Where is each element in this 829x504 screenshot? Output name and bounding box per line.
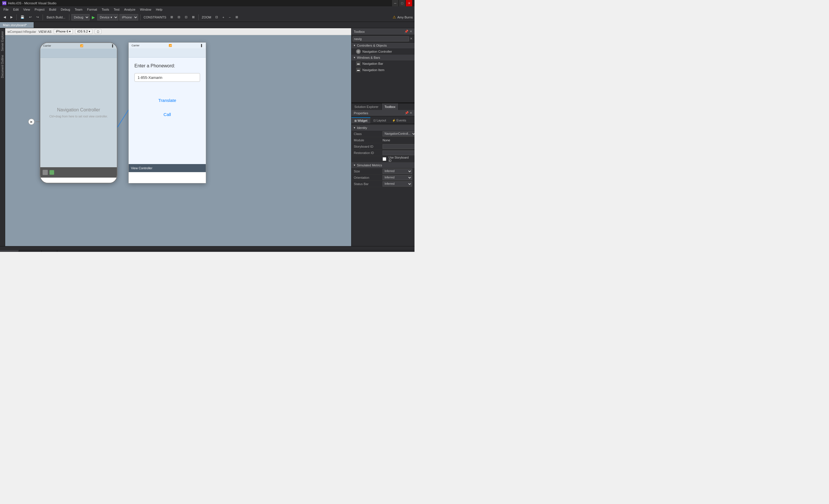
constraints-btn-3[interactable]: ⊡ xyxy=(183,14,189,21)
properties-panel: Properties 📌 ✕ ⊞ Widget ⊡ Layout ⚡ Event… xyxy=(352,110,414,246)
restoration-id-label: Restoration ID xyxy=(354,151,383,154)
constraints-btn-1[interactable]: ⊞ xyxy=(169,14,175,21)
ios92-button[interactable]: iOS 9.2 ▾ xyxy=(75,29,93,34)
properties-close-button[interactable]: ✕ xyxy=(409,111,412,115)
menu-view[interactable]: View xyxy=(21,6,33,13)
canvas-scrollbar[interactable] xyxy=(0,246,414,250)
toolbox-pin-button[interactable]: 📌 xyxy=(404,30,408,33)
toolbox-item-nav-bar[interactable]: ▬ Navigation Bar xyxy=(352,61,414,67)
toolbox-windows-header[interactable]: ▼ Windows & Bars xyxy=(352,55,414,61)
menu-debug[interactable]: Debug xyxy=(59,6,72,13)
vc-translate-button[interactable]: Translate xyxy=(135,96,200,105)
nav-wifi-icon: 📶 xyxy=(80,44,83,47)
toolbox-tab[interactable]: Toolbox xyxy=(382,103,399,110)
module-value: None xyxy=(383,139,412,142)
device-dropdown[interactable]: Device ▾ xyxy=(97,14,118,21)
menu-file[interactable]: File xyxy=(1,6,11,13)
menu-help[interactable]: Help xyxy=(153,6,165,13)
properties-title: Properties xyxy=(354,111,368,115)
forward-button[interactable]: ▶ xyxy=(9,14,14,21)
view-controller-frame[interactable]: Carrier 📶 ▌ Enter a Phoneword: 1-855-Xam… xyxy=(129,42,206,183)
vc-call-button[interactable]: Call xyxy=(135,110,200,119)
toolbox-controllers-header[interactable]: ▼ Controllers & Objects xyxy=(352,43,414,48)
menu-format[interactable]: Format xyxy=(85,6,99,13)
preview-button[interactable]: ◻ xyxy=(95,29,101,34)
title-bar-controls[interactable]: ─ □ ✕ xyxy=(392,0,412,6)
sidebar-server-explorer[interactable]: Server Explorer xyxy=(0,29,5,53)
vc-spacer-1 xyxy=(135,86,200,91)
toolbar-sep-3 xyxy=(69,14,69,20)
toolbox-search-input[interactable] xyxy=(353,36,409,41)
prop-tab-events[interactable]: ⚡ Events xyxy=(389,117,409,123)
breakpoints-tab[interactable]: Breakpoints xyxy=(19,250,42,252)
maximize-button[interactable]: □ xyxy=(399,0,405,6)
zoom-extra-button[interactable]: ⊞ xyxy=(234,14,240,21)
storyboard-tab[interactable]: Main.storyboard* ✕ xyxy=(0,22,34,28)
constraints-btn-4[interactable]: ⊠ xyxy=(190,14,196,21)
orientation-select[interactable]: Inferred xyxy=(383,175,412,180)
toolbar-sep-4 xyxy=(140,14,141,20)
error-list-tab[interactable]: Error List xyxy=(0,250,19,252)
status-bar-select[interactable]: Inferred xyxy=(383,181,412,186)
minimize-button[interactable]: ─ xyxy=(392,0,398,6)
constraints-btn-2[interactable]: ⊟ xyxy=(176,14,182,21)
vs-icon: VS xyxy=(2,1,6,5)
zoom-out-button[interactable]: − xyxy=(227,14,232,21)
toolbox-item-nav-item[interactable]: ▬ Navigation Item xyxy=(352,67,414,73)
toolbox-header-controls[interactable]: 📌 ✕ xyxy=(404,30,412,33)
sidebar-document-outline[interactable]: Document Outline xyxy=(0,53,5,80)
prop-row-size: Size Inferred xyxy=(352,168,414,174)
controllers-chevron: ▼ xyxy=(353,44,356,47)
nav-controller-status-bar: Carrier 📶 ▌ xyxy=(40,43,117,49)
back-button[interactable]: ◀ xyxy=(2,14,7,21)
prop-row-orientation: Orientation Inferred xyxy=(352,174,414,181)
canvas-toolbar: wCompact hRegular VIEW AS iPhone 6 ▾ iOS… xyxy=(5,28,351,35)
toolbox-item-nav-controller[interactable]: ⊙ Navigation Controller xyxy=(352,48,414,55)
menu-team[interactable]: Team xyxy=(73,6,85,13)
simulated-metrics-label: Simulated Metrics xyxy=(357,164,382,167)
menu-analyze[interactable]: Analyze xyxy=(122,6,138,13)
nav-controller-frame[interactable]: Carrier 📶 ▌ Navigation Controller Ctrl+d… xyxy=(40,42,117,183)
zoom-fit-button[interactable]: ⊡ xyxy=(214,14,220,21)
solution-explorer-tab[interactable]: Solution Explorer xyxy=(352,103,382,110)
menu-build[interactable]: Build xyxy=(47,6,59,13)
canvas-area[interactable]: wCompact hRegular VIEW AS iPhone 6 ▾ iOS… xyxy=(5,28,351,246)
output-tab[interactable]: Output xyxy=(42,250,57,252)
use-storyboard-checkbox[interactable] xyxy=(383,157,386,161)
properties-pin-button[interactable]: 📌 xyxy=(405,111,409,115)
vc-phoneword-input[interactable]: 1-855-Xamarin xyxy=(135,73,200,82)
use-storyboard-checkbox-container[interactable]: Use Storyboard ID xyxy=(383,156,412,163)
undo-button[interactable]: ↩ xyxy=(27,14,33,21)
iphone6-button[interactable]: iPhone 6 ▾ xyxy=(54,29,73,34)
menu-project[interactable]: Project xyxy=(32,6,47,13)
size-select[interactable]: Inferred xyxy=(383,169,412,174)
batch-build-button[interactable]: Batch Build... xyxy=(45,14,67,21)
prop-tab-widget[interactable]: ⊞ Widget xyxy=(352,117,370,123)
close-button[interactable]: ✕ xyxy=(406,0,412,6)
save-button[interactable]: 💾 xyxy=(19,14,26,21)
prop-row-restoration-id: Restoration ID xyxy=(352,150,414,156)
redo-button[interactable]: ↪ xyxy=(35,14,41,21)
vc-battery-icon: ▌ xyxy=(201,44,203,47)
properties-header-controls[interactable]: 📌 ✕ xyxy=(405,111,412,115)
vc-carrier-text: Carrier xyxy=(132,44,140,47)
menu-edit[interactable]: Edit xyxy=(11,6,21,13)
tab-close-icon[interactable]: ✕ xyxy=(29,24,31,27)
size-label: Size xyxy=(354,170,383,173)
prop-tab-layout[interactable]: ⊡ Layout xyxy=(370,117,389,123)
zoom-in-button[interactable]: + xyxy=(221,14,226,21)
menu-test[interactable]: Test xyxy=(111,6,122,13)
storyboard-id-input[interactable] xyxy=(383,144,414,149)
toolbar: ◀ ▶ 💾 ↩ ↪ Batch Build... Debug ▶ Device … xyxy=(0,13,414,22)
constraints-label: CONSTRAINTS xyxy=(144,15,167,19)
menu-tools[interactable]: Tools xyxy=(99,6,111,13)
play-button[interactable]: ▶ xyxy=(91,15,96,20)
toolbox-search-bar[interactable]: ✕ xyxy=(352,35,414,43)
debug-dropdown[interactable]: Debug xyxy=(71,14,89,21)
toolbox-close-button[interactable]: ✕ xyxy=(409,30,412,33)
toolbox-clear-button[interactable]: ✕ xyxy=(409,37,413,41)
class-select[interactable]: NavigationControll... xyxy=(383,131,414,137)
iphone-dropdown[interactable]: iPhone xyxy=(119,14,138,21)
menu-window[interactable]: Window xyxy=(138,6,153,13)
restoration-id-input[interactable] xyxy=(383,150,414,155)
